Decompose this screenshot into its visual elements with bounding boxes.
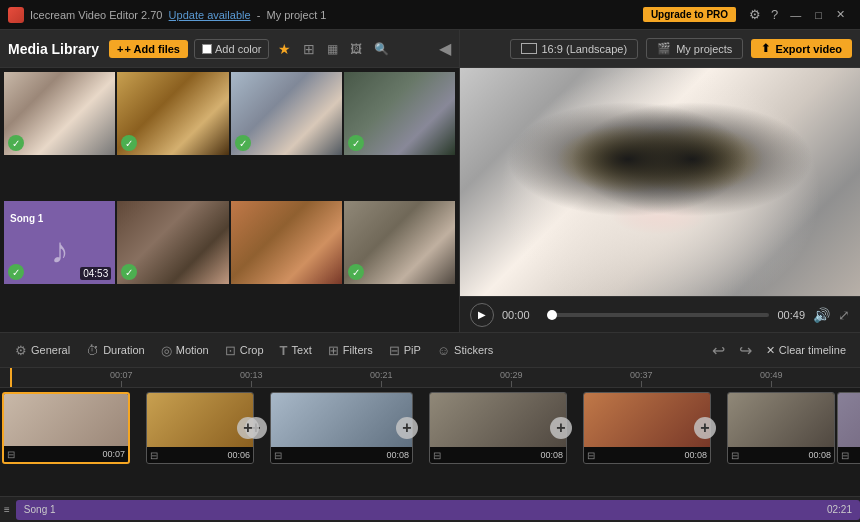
thumbnail-cat5[interactable]: ✓ — [117, 201, 228, 284]
thumbnail-cat4[interactable]: ✓ — [344, 72, 455, 155]
add-color-button[interactable]: Add color — [194, 39, 269, 59]
volume-button[interactable]: 🔊 — [813, 307, 830, 323]
motion-tool-button[interactable]: ◎ Motion — [154, 340, 216, 361]
export-label: Export video — [775, 43, 842, 55]
timeline-clip-4[interactable]: ⊟ 00:08 — [429, 392, 567, 464]
thumbnail-cat6[interactable] — [231, 201, 342, 284]
export-icon: ⬆ — [761, 42, 770, 55]
clip-thumbnail-1 — [4, 394, 128, 446]
image-view-button[interactable]: 🖼 — [347, 40, 365, 58]
stickers-tool-button[interactable]: ☺ Stickers — [430, 340, 500, 361]
help-icon[interactable]: ? — [766, 5, 783, 24]
stickers-label: Stickers — [454, 344, 493, 356]
progress-bar[interactable] — [550, 313, 769, 317]
add-clip-button-2[interactable]: + — [237, 417, 259, 439]
play-button[interactable]: ▶ — [470, 303, 494, 327]
my-projects-button[interactable]: 🎬 My projects — [646, 38, 743, 59]
clip-duration-2: 00:06 — [227, 450, 250, 460]
close-button[interactable]: ✕ — [829, 5, 852, 24]
motion-label: Motion — [176, 344, 209, 356]
search-button[interactable]: 🔍 — [371, 40, 392, 58]
redo-button[interactable]: ↪ — [733, 338, 758, 363]
total-duration: 00:49 — [777, 309, 805, 321]
check-badge: ✓ — [348, 135, 364, 151]
collapse-panel-button[interactable]: ◀ — [439, 39, 451, 58]
media-library-header: Media Library + + Add files Add color ★ … — [0, 30, 459, 68]
tools-bar: ⚙ General ⏱ Duration ◎ Motion ⊡ Crop T T… — [0, 332, 860, 368]
general-tool-button[interactable]: ⚙ General — [8, 340, 77, 361]
grid-view-4-button[interactable]: ⊞ — [300, 39, 318, 59]
thumbnail-cat1[interactable]: ✓ — [4, 72, 115, 155]
add-clip-button-5[interactable]: + — [694, 417, 716, 439]
thumbnail-cat7[interactable]: ✓ — [344, 201, 455, 284]
clip-duration-3: 00:08 — [386, 450, 409, 460]
minimize-button[interactable]: — — [783, 6, 808, 24]
preview-canvas — [460, 68, 860, 296]
timeline-clip-3[interactable]: ⊟ 00:08 — [270, 392, 413, 464]
clip-footer-2: ⊟ 00:06 — [147, 447, 253, 463]
ruler-mark-3: 00:21 — [370, 368, 393, 387]
projects-icon: 🎬 — [657, 42, 671, 55]
check-badge: ✓ — [8, 264, 24, 280]
clip-footer-7: ⊟ 00:12 — [838, 447, 860, 463]
clip-thumbnail-4 — [430, 393, 566, 447]
thumbnail-cat3[interactable]: ✓ — [231, 72, 342, 155]
clip-footer-3: ⊟ 00:08 — [271, 447, 412, 463]
filters-tool-button[interactable]: ⊞ Filters — [321, 340, 380, 361]
text-tool-button[interactable]: T Text — [273, 340, 319, 361]
timeline-clip-5[interactable]: ⊟ 00:08 — [583, 392, 711, 464]
title-bar: Icecream Video Editor 2.70 Update availa… — [0, 0, 860, 30]
thumbnail-song1[interactable]: Song 1 ♪ ✓ 04:53 — [4, 201, 115, 284]
app-name-text: Icecream Video Editor 2.70 — [30, 9, 162, 21]
clip-footer-6: ⊟ 00:08 — [728, 447, 834, 463]
add-clip-button-3[interactable]: + — [396, 417, 418, 439]
clip-thumbnail-5 — [584, 393, 710, 447]
gear-icon: ⚙ — [15, 343, 27, 358]
clear-timeline-label: Clear timeline — [779, 344, 846, 356]
filters-label: Filters — [343, 344, 373, 356]
add-clip-button-4[interactable]: + — [550, 417, 572, 439]
clear-timeline-button[interactable]: ✕ Clear timeline — [760, 341, 852, 360]
grid-view-3-button[interactable]: ▦ — [324, 40, 341, 58]
music-icon: ♪ — [51, 230, 69, 272]
bottom-area: ⚙ General ⏱ Duration ◎ Motion ⊡ Crop T T… — [0, 332, 860, 522]
update-link[interactable]: Update available — [169, 9, 251, 21]
cat-face-overlay — [460, 68, 860, 296]
crop-tool-button[interactable]: ⊡ Crop — [218, 340, 271, 361]
media-library-title: Media Library — [8, 41, 99, 57]
upgrade-button[interactable]: Upgrade to PRO — [643, 7, 736, 22]
clip-pages-icon-7: ⊟ — [841, 450, 849, 461]
song-label: Song 1 — [4, 213, 43, 224]
pip-tool-button[interactable]: ⊟ PiP — [382, 340, 428, 361]
clip-pages-icon-6: ⊟ — [731, 450, 739, 461]
aspect-ratio-button[interactable]: 16:9 (Landscape) — [510, 39, 639, 59]
timeline-clip-7[interactable]: ⊟ 00:12 — [837, 392, 860, 464]
settings-icon[interactable]: ⚙ — [744, 5, 766, 24]
preview-panel: 16:9 (Landscape) 🎬 My projects ⬆ Export … — [460, 30, 860, 332]
fullscreen-button[interactable]: ⤢ — [838, 307, 850, 323]
maximize-button[interactable]: □ — [808, 6, 829, 24]
add-files-button[interactable]: + + Add files — [109, 40, 188, 58]
aspect-ratio-icon — [521, 43, 537, 54]
undo-button[interactable]: ↩ — [706, 338, 731, 363]
check-badge: ✓ — [8, 135, 24, 151]
text-icon: T — [280, 343, 288, 358]
my-projects-label: My projects — [676, 43, 732, 55]
text-label: Text — [292, 344, 312, 356]
add-color-label: Add color — [215, 43, 261, 55]
thumbnail-grid: ✓ ✓ ✓ ✓ Song 1 ♪ ✓ 04:53 ✓ — [0, 68, 459, 332]
clip-duration-6: 00:08 — [808, 450, 831, 460]
aspect-ratio-label: 16:9 (Landscape) — [542, 43, 628, 55]
audio-bar[interactable]: Song 1 02:21 — [16, 500, 860, 520]
timeline-clip-1[interactable]: ⊟ 00:07 — [2, 392, 130, 464]
clip-pages-icon-2: ⊟ — [150, 450, 158, 461]
duration-tool-button[interactable]: ⏱ Duration — [79, 340, 152, 361]
thumbnail-cat2[interactable]: ✓ — [117, 72, 228, 155]
project-name: My project 1 — [266, 9, 326, 21]
timeline-clip-6[interactable]: ⊟ 00:08 — [727, 392, 835, 464]
crop-label: Crop — [240, 344, 264, 356]
star-filter-button[interactable]: ★ — [275, 39, 294, 59]
stickers-icon: ☺ — [437, 343, 450, 358]
export-video-button[interactable]: ⬆ Export video — [751, 39, 852, 58]
clear-icon: ✕ — [766, 344, 775, 357]
